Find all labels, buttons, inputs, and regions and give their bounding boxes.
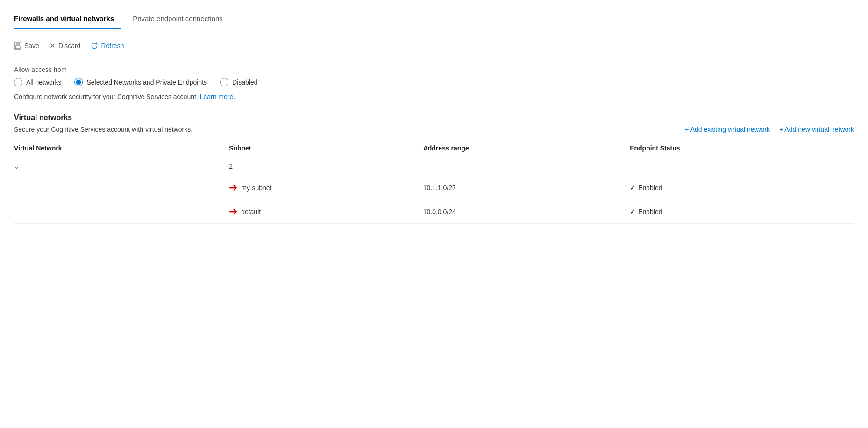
- table-header-row: Virtual Network Subnet Address range End…: [14, 140, 854, 157]
- col-header-subnet: Subnet: [229, 140, 423, 157]
- discard-button[interactable]: ✕ Discard: [50, 39, 87, 53]
- refresh-button[interactable]: Refresh: [91, 39, 130, 52]
- add-new-vnet-link[interactable]: + Add new virtual network: [779, 126, 854, 133]
- toolbar: Save ✕ Discard Refresh: [14, 39, 854, 53]
- radio-selected-networks[interactable]: Selected Networks and Private Endpoints: [74, 78, 207, 86]
- radio-disabled-label: Disabled: [232, 78, 257, 86]
- chevron-down-icon[interactable]: ⌄: [14, 163, 20, 170]
- radio-selected-networks-input[interactable]: [74, 78, 83, 86]
- vnet-child1-status-text: Enabled: [638, 184, 662, 192]
- save-label: Save: [24, 42, 39, 50]
- svg-rect-1: [16, 43, 20, 45]
- access-section: Allow access from All networks Selected …: [14, 66, 854, 100]
- info-text: Configure network security for your Cogn…: [14, 93, 854, 100]
- discard-icon: ✕: [50, 42, 56, 50]
- vnet-child2-status-text: Enabled: [638, 208, 662, 215]
- arrow-icon-1: ➔: [229, 182, 237, 194]
- vnet-child2-subnet-cell: ➔ default: [229, 200, 423, 224]
- radio-selected-networks-label: Selected Networks and Private Endpoints: [86, 78, 207, 86]
- radio-all-networks-label: All networks: [26, 78, 61, 86]
- svg-rect-2: [15, 46, 20, 49]
- vnet-group-subnet-cell: 2: [229, 157, 423, 176]
- vnet-child2-vnet-cell: [14, 200, 229, 224]
- check-icon-1: ✓: [630, 184, 635, 192]
- radio-disabled[interactable]: Disabled: [220, 78, 257, 86]
- vnet-table: Virtual Network Subnet Address range End…: [14, 140, 854, 224]
- table-row: ⌄ 2: [14, 157, 854, 176]
- vnet-child1-subnet-cell: ➔ my-subnet: [229, 176, 423, 200]
- add-existing-vnet-link[interactable]: + Add existing virtual network: [685, 126, 770, 133]
- tabs-container: Firewalls and virtual networks Private e…: [14, 9, 854, 29]
- vnet-child2-status-cell: ✓ Enabled: [630, 200, 854, 224]
- col-header-status: Endpoint Status: [630, 140, 854, 157]
- access-radio-group: All networks Selected Networks and Priva…: [14, 78, 854, 86]
- save-icon: [14, 42, 21, 50]
- learn-more-link[interactable]: Learn more.: [200, 93, 235, 100]
- vnet-description: Secure your Cognitive Services account w…: [14, 126, 192, 133]
- refresh-icon: [91, 42, 98, 50]
- radio-all-networks-input[interactable]: [14, 78, 22, 86]
- vnet-child1-status-cell: ✓ Enabled: [630, 176, 854, 200]
- vnet-child2-subnet-text: default: [241, 208, 261, 215]
- vnet-child1-address-cell: 10.1.1.0/27: [423, 176, 630, 200]
- vnet-child1-vnet-cell: [14, 176, 229, 200]
- discard-label: Discard: [58, 42, 80, 50]
- tab-private-endpoints[interactable]: Private endpoint connections: [133, 10, 230, 29]
- refresh-label: Refresh: [101, 42, 124, 50]
- virtual-networks-title: Virtual networks: [14, 114, 854, 122]
- access-label: Allow access from: [14, 66, 854, 73]
- radio-disabled-input[interactable]: [220, 78, 228, 86]
- table-row: ➔ my-subnet 10.1.1.0/27 ✓ Enabled: [14, 176, 854, 200]
- vnet-actions: + Add existing virtual network + Add new…: [685, 126, 854, 133]
- virtual-networks-section: Virtual networks Secure your Cognitive S…: [14, 114, 854, 224]
- vnet-child2-address-cell: 10.0.0.0/24: [423, 200, 630, 224]
- radio-all-networks[interactable]: All networks: [14, 78, 61, 86]
- col-header-address: Address range: [423, 140, 630, 157]
- table-row: ➔ default 10.0.0.0/24 ✓ Enabled: [14, 200, 854, 224]
- col-header-vnet: Virtual Network: [14, 140, 229, 157]
- vnet-group-status-cell: [630, 157, 854, 176]
- vnet-group-chevron-cell: ⌄: [14, 157, 229, 176]
- vnet-child1-subnet-text: my-subnet: [241, 184, 271, 192]
- vnet-group-address-cell: [423, 157, 630, 176]
- info-text-content: Configure network security for your Cogn…: [14, 93, 198, 100]
- vnet-header-row: Secure your Cognitive Services account w…: [14, 126, 854, 133]
- save-button[interactable]: Save: [14, 39, 46, 52]
- arrow-icon-2: ➔: [229, 206, 237, 218]
- tab-firewalls[interactable]: Firewalls and virtual networks: [14, 10, 121, 29]
- check-icon-2: ✓: [630, 208, 635, 215]
